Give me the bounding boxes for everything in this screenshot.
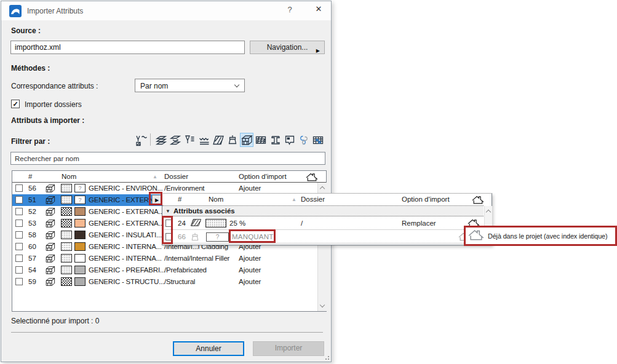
filter-layers-icon[interactable] [154, 133, 168, 147]
filter-layer-combinations-icon[interactable] [169, 133, 182, 147]
scroll-up-icon[interactable] [320, 186, 325, 191]
missing-label: MANQUANT [232, 230, 273, 243]
flyout-row[interactable]: 2425 %/Remplacer [162, 216, 484, 230]
row-number: 53 [28, 218, 36, 229]
house-outline-icon [468, 229, 484, 243]
browse-button[interactable]: Navigation... ▶ [250, 41, 325, 54]
attribute-matching-dropdown[interactable]: Par nom [135, 79, 245, 92]
filter-bar [1, 132, 332, 148]
resize-grip[interactable] [323, 354, 329, 360]
question-swatch: ? [206, 232, 229, 242]
attribute-name: GENERIC - PREFABRI... [89, 264, 165, 276]
filter-pen-sets-icon[interactable] [183, 133, 196, 147]
row-number: 58 [28, 229, 36, 241]
color-swatch [74, 207, 86, 216]
row-number: 51 [28, 194, 36, 206]
attribute-name: GENERIC - INTERNA... [89, 253, 162, 264]
flyout-row[interactable]: 66?MANQUANT [162, 230, 484, 243]
title-bar: Importer Attributs ? ✕ [1, 1, 331, 20]
source-label: Source : [11, 26, 41, 35]
tooltip: Déjà dans le projet (avec index identiqu… [464, 226, 617, 246]
group-row[interactable]: ▼ Attributs associés [162, 206, 484, 216]
browse-arrow-icon: ▶ [316, 45, 320, 57]
row-checkbox[interactable] [15, 243, 23, 250]
pattern-swatch [61, 277, 72, 286]
project-status-icon [306, 172, 318, 183]
row-checkbox[interactable] [15, 231, 23, 239]
import-attributes-dialog: Importer Attributs ? ✕ Source : Navigati… [1, 1, 332, 362]
pattern-swatch [61, 231, 72, 239]
attribute-type-icon [190, 218, 202, 228]
cancel-button[interactable]: Annuler [173, 341, 244, 356]
filter-surfaces-icon[interactable] [226, 133, 239, 147]
folder-cell: /Structural [164, 276, 195, 288]
flyout-header: # Nom ▲ Dossier Option d'import [162, 194, 484, 206]
window-title: Importer Attributs [27, 7, 83, 15]
attribute-name: GENERIC - INSULATI... [89, 229, 162, 241]
pattern-swatch [205, 219, 226, 228]
source-path-input[interactable] [10, 41, 245, 54]
composite-icon [44, 184, 55, 194]
row-number: 59 [28, 276, 36, 288]
row-checkbox[interactable] [15, 220, 23, 227]
composite-icon [44, 231, 55, 241]
collapse-triangle-icon[interactable]: ▼ [165, 208, 170, 214]
sort-asc-icon: ▲ [153, 174, 157, 180]
search-input[interactable] [10, 152, 325, 165]
row-checkbox[interactable] [15, 208, 23, 215]
composite-icon [44, 254, 55, 264]
pattern-swatch [61, 266, 72, 274]
col-name[interactable]: Nom [209, 196, 223, 203]
col-number[interactable]: # [28, 173, 32, 180]
attributes-to-import-label: Attributs à importer : [11, 116, 84, 125]
import-button[interactable]: Importer [253, 341, 324, 356]
folder-cell: /Internal/Internal Filler [164, 253, 229, 264]
row-expand-arrow[interactable]: ▶ [152, 195, 162, 205]
col-folder[interactable]: Dossier [301, 196, 325, 203]
scroll-down-icon[interactable] [320, 303, 325, 307]
row-checkbox[interactable] [15, 196, 23, 204]
row-number: 56 [28, 183, 36, 194]
import-option-cell: Ajouter [239, 276, 261, 288]
filter-all-attribute-types-icon[interactable] [134, 133, 148, 147]
pattern-swatch [61, 254, 72, 263]
row-number: 66 [178, 230, 186, 243]
row-number: 54 [28, 264, 36, 276]
composite-icon [44, 196, 55, 206]
col-import-option[interactable]: Option d'import [239, 173, 287, 180]
close-button[interactable]: ✕ [311, 4, 326, 17]
help-button[interactable]: ? [283, 5, 297, 17]
color-swatch [74, 277, 86, 286]
footer-divider [11, 332, 323, 333]
row-checkbox[interactable] [15, 266, 23, 274]
row-checkbox[interactable] [165, 233, 173, 240]
row-checkbox[interactable] [15, 255, 23, 262]
filter-operation-profiles-icon[interactable] [297, 133, 311, 147]
filter-complex-profiles-icon[interactable] [269, 133, 282, 147]
filter-zone-categories-icon[interactable] [283, 133, 297, 147]
filter-line-types-icon[interactable] [197, 133, 211, 147]
selected-count-label: Selectionné pour import : 0 [11, 317, 99, 325]
scroll-up-icon[interactable] [486, 210, 491, 215]
col-name[interactable]: Nom [62, 173, 76, 180]
attribute-name: GENERIC - EXTERNA... [89, 206, 164, 218]
import-option-cell: Ajouter [239, 253, 261, 264]
filter-profiles-icon[interactable] [254, 133, 268, 147]
filter-fill-types-icon[interactable] [212, 133, 225, 147]
row-checkbox[interactable] [15, 184, 23, 192]
table-row[interactable]: 57GENERIC - INTERNA.../Internal/Internal… [12, 253, 317, 264]
filter-composites-icon[interactable] [240, 133, 253, 147]
row-checkbox[interactable] [165, 220, 173, 227]
table-row[interactable]: 59GENERIC - STRUCTU.../StructuralAjouter [12, 276, 317, 288]
composite-icon [44, 277, 55, 288]
composite-icon [44, 207, 55, 218]
col-folder[interactable]: Dossier [164, 173, 188, 180]
import-folders-checkbox[interactable]: ✓ [11, 100, 20, 108]
col-import-option[interactable]: Option d'import [402, 196, 450, 203]
table-row[interactable]: 54GENERIC - PREFABRI.../PrefabricatedAjo… [12, 264, 317, 276]
row-checkbox[interactable] [15, 278, 23, 285]
question-swatch: ? [74, 196, 86, 204]
filter-building-materials-icon[interactable] [311, 133, 325, 147]
row-number: 24 [178, 216, 186, 230]
col-number[interactable]: # [178, 196, 181, 203]
